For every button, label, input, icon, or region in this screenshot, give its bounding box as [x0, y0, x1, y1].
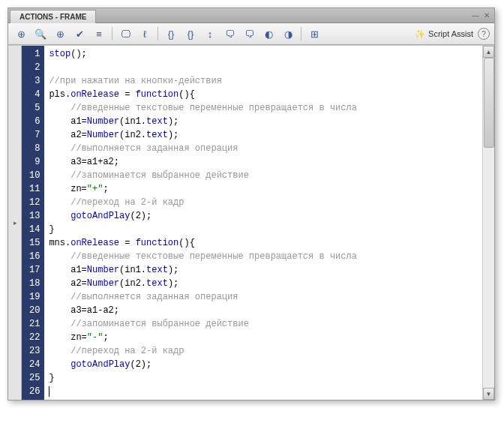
- remove-breakpoint-icon[interactable]: ◑: [280, 26, 296, 41]
- titlebar: ACTIONS - FRAME — ✕: [8, 8, 494, 23]
- separator: [112, 27, 112, 40]
- line-number: 3: [29, 74, 40, 88]
- code-line[interactable]: //выполняется заданная операция: [49, 142, 478, 155]
- scroll-up-icon[interactable]: ▲: [483, 46, 494, 58]
- line-number: 20: [29, 304, 40, 317]
- titlebar-controls: — ✕: [472, 11, 494, 20]
- show-hint-icon[interactable]: 🖵: [117, 26, 134, 41]
- line-gutter: 1234567891011121314151617181920212223242…: [22, 46, 44, 400]
- code-line[interactable]: pls.onRelease = function(){: [49, 88, 478, 101]
- line-number: 2: [29, 61, 40, 74]
- collapse-braces-icon[interactable]: {}: [163, 26, 179, 41]
- line-number: 1: [29, 47, 40, 61]
- close-icon[interactable]: ✕: [484, 11, 490, 20]
- check-syntax-icon[interactable]: ✔: [71, 26, 88, 41]
- left-rail[interactable]: ▸: [8, 46, 22, 400]
- vertical-scrollbar[interactable]: ▲ ▼: [482, 46, 494, 400]
- debug-options-icon[interactable]: ℓ: [136, 26, 153, 41]
- comment-icon[interactable]: 🗨: [221, 26, 238, 41]
- code-line[interactable]: //запоминается выбранное действие: [49, 169, 478, 182]
- auto-format-icon[interactable]: ≡: [91, 26, 107, 41]
- code-line[interactable]: }: [49, 371, 478, 385]
- code-line[interactable]: a1=Number(in1.text);: [49, 263, 478, 277]
- code-line[interactable]: [49, 61, 478, 74]
- code-editor[interactable]: 1234567891011121314151617181920212223242…: [22, 46, 482, 400]
- code-line[interactable]: a3=a1-a2;: [49, 304, 478, 317]
- code-line[interactable]: zn="-";: [49, 331, 478, 344]
- editor-wrap: ▸ 12345678910111213141516171819202122232…: [8, 45, 494, 400]
- separator: [158, 27, 158, 40]
- scroll-down-icon[interactable]: ▼: [483, 388, 494, 400]
- line-number: 21: [29, 317, 40, 331]
- add-script-icon[interactable]: ⊕: [13, 26, 29, 41]
- code-line[interactable]: //переход на 2-й кадр: [49, 196, 478, 209]
- panel-tab[interactable]: ACTIONS - FRAME: [10, 10, 96, 23]
- line-number: 9: [29, 155, 40, 169]
- text-cursor: [49, 386, 50, 397]
- line-number: 15: [29, 236, 40, 250]
- line-number: 19: [29, 290, 40, 304]
- line-number: 26: [29, 385, 40, 398]
- line-number: 5: [29, 101, 40, 115]
- breakpoint-icon[interactable]: ◐: [260, 26, 277, 41]
- pin-script-icon[interactable]: ⊞: [306, 26, 322, 41]
- line-number: 6: [29, 115, 40, 128]
- line-number: 14: [29, 223, 40, 236]
- expand-rail-icon[interactable]: ▸: [11, 219, 19, 226]
- code-line[interactable]: a3=a1+a2;: [49, 155, 478, 169]
- line-number: 18: [29, 277, 40, 290]
- code-line[interactable]: //выполняется заданная операция: [49, 290, 478, 304]
- apply-block-icon[interactable]: ↕: [202, 26, 218, 41]
- code-line[interactable]: //введенные текстовые переменные превращ…: [49, 250, 478, 263]
- line-number: 22: [29, 331, 40, 344]
- code-area[interactable]: stop();//при нажатии на кнопки-действияp…: [44, 46, 482, 400]
- line-number: 11: [29, 182, 40, 196]
- line-number: 24: [29, 358, 40, 371]
- line-number: 25: [29, 371, 40, 385]
- line-number: 16: [29, 250, 40, 263]
- code-line[interactable]: gotoAndPlay(2);: [49, 358, 478, 371]
- toolbar: ⊕ 🔍 ⊕ ✔ ≡ 🖵 ℓ {} {} ↕ 🗨 🗨 ◐ ◑ ⊞ ✨ Script…: [8, 23, 494, 45]
- code-line[interactable]: //запоминается выбранное действие: [49, 317, 478, 331]
- toolbar-right: ✨ Script Assist ?: [415, 28, 490, 40]
- code-line[interactable]: [49, 385, 478, 398]
- find-icon[interactable]: 🔍: [32, 26, 49, 41]
- line-number: 17: [29, 263, 40, 277]
- script-assist-label: Script Assist: [428, 29, 473, 38]
- code-line[interactable]: //при нажатии на кнопки-действия: [49, 74, 478, 88]
- line-number: 7: [29, 128, 40, 142]
- line-number: 8: [29, 142, 40, 155]
- uncomment-icon[interactable]: 🗨: [241, 26, 257, 41]
- line-number: 23: [29, 344, 40, 358]
- code-line[interactable]: }: [49, 223, 478, 236]
- line-number: 10: [29, 169, 40, 182]
- code-line[interactable]: mns.onRelease = function(){: [49, 236, 478, 250]
- script-assist-button[interactable]: ✨ Script Assist: [415, 29, 473, 39]
- help-icon[interactable]: ?: [478, 28, 490, 40]
- line-number: 12: [29, 196, 40, 209]
- expand-braces-icon[interactable]: {}: [182, 26, 199, 41]
- code-line[interactable]: //введенные текстовые переменные превращ…: [49, 101, 478, 115]
- target-icon[interactable]: ⊕: [52, 26, 68, 41]
- minimize-icon[interactable]: —: [472, 11, 479, 20]
- code-line[interactable]: a2=Number(in2.text);: [49, 277, 478, 290]
- code-line[interactable]: a1=Number(in1.text);: [49, 115, 478, 128]
- code-line[interactable]: //переход на 2-й кадр: [49, 344, 478, 358]
- code-line[interactable]: a2=Number(in2.text);: [49, 128, 478, 142]
- code-line[interactable]: zn="+";: [49, 182, 478, 196]
- separator: [301, 27, 302, 40]
- actions-panel: ACTIONS - FRAME — ✕ ⊕ 🔍 ⊕ ✔ ≡ 🖵 ℓ {} {} …: [8, 8, 495, 400]
- line-number: 4: [29, 88, 40, 101]
- scroll-thumb[interactable]: [484, 58, 494, 148]
- line-number: 13: [29, 209, 40, 223]
- code-line[interactable]: gotoAndPlay(2);: [49, 209, 478, 223]
- code-line[interactable]: stop();: [49, 47, 478, 61]
- wand-icon: ✨: [415, 29, 425, 39]
